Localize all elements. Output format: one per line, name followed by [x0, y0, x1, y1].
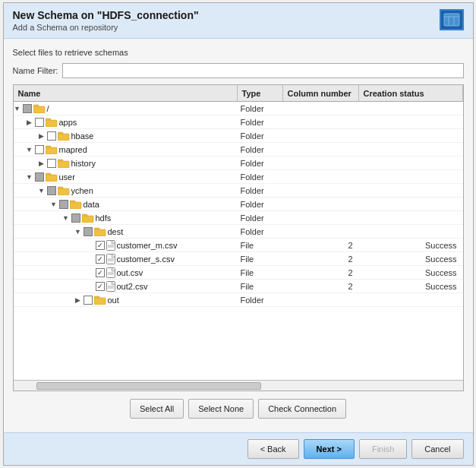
table-row[interactable]: ▼destFolder — [14, 225, 463, 239]
row-label: out.csv — [117, 268, 143, 277]
row-colnum — [283, 108, 359, 109]
table-row[interactable]: ▼userFolder — [14, 170, 463, 184]
row-type: File — [238, 281, 283, 292]
dialog-title: New Schema on "HDFS_connection" — [13, 9, 199, 21]
table-row[interactable]: out.csvFile2Success — [14, 266, 463, 280]
folder-icon — [33, 104, 46, 113]
row-label: user — [59, 172, 75, 182]
row-checkbox[interactable] — [47, 159, 56, 168]
row-status — [359, 163, 463, 164]
svg-rect-19 — [70, 202, 81, 209]
table-body: ▼/Folder▶appsFolder▶hbaseFolder▼mapredFo… — [14, 102, 463, 380]
row-label: out2.csv — [117, 282, 148, 291]
row-label: dest — [108, 227, 124, 236]
finish-button[interactable]: Finish — [359, 439, 407, 459]
folder-icon — [94, 227, 106, 236]
row-checkbox[interactable] — [71, 213, 80, 223]
table-row[interactable]: out2.csvFile2Success — [14, 280, 463, 293]
row-colnum — [283, 176, 359, 178]
row-status — [359, 204, 463, 205]
tree-table: Name Type Column number Creation status … — [13, 84, 464, 391]
horizontal-scrollbar[interactable] — [14, 380, 463, 391]
row-type: Folder — [238, 172, 283, 182]
table-row[interactable]: ▼mapredFolder — [14, 143, 463, 157]
row-checkbox[interactable] — [84, 227, 93, 236]
folder-icon — [58, 159, 70, 168]
row-checkbox[interactable] — [35, 172, 44, 182]
svg-rect-13 — [58, 161, 69, 168]
schema-icon — [440, 9, 464, 30]
folder-icon — [46, 145, 58, 154]
back-button[interactable]: < Back — [247, 439, 299, 459]
row-checkbox[interactable] — [96, 268, 105, 277]
table-row[interactable]: ▶outFolder — [14, 293, 463, 307]
row-colnum: 2 — [283, 281, 359, 292]
row-colnum — [283, 217, 359, 219]
row-checkbox[interactable] — [47, 186, 56, 195]
row-label: apps — [59, 118, 77, 127]
row-status — [359, 190, 463, 191]
row-type: File — [238, 240, 283, 251]
dialog: New Schema on "HDFS_connection" Add a Sc… — [3, 2, 474, 466]
svg-rect-7 — [46, 120, 57, 127]
row-status: Success — [359, 240, 463, 251]
row-label: ychen — [71, 186, 93, 195]
folder-icon — [82, 213, 94, 223]
row-checkbox[interactable] — [23, 104, 32, 113]
row-label: mapred — [59, 145, 87, 154]
row-status: Success — [359, 267, 463, 278]
row-checkbox[interactable] — [59, 200, 68, 209]
file-icon — [106, 254, 115, 264]
row-label: history — [71, 159, 96, 168]
dialog-subtitle: Add a Schema on repository — [13, 23, 199, 32]
table-header: Name Type Column number Creation status — [14, 85, 463, 102]
row-checkbox[interactable] — [47, 131, 56, 141]
row-colnum — [283, 231, 359, 232]
check-connection-button[interactable]: Check Connection — [258, 399, 346, 419]
row-checkbox[interactable] — [35, 118, 44, 127]
row-checkbox[interactable] — [84, 296, 93, 305]
table-row[interactable]: ▼dataFolder — [14, 198, 463, 211]
scroll-thumb — [36, 382, 261, 390]
row-label: customer_m.csv — [117, 241, 178, 250]
row-status — [359, 231, 463, 232]
folder-icon — [46, 172, 58, 182]
file-icon — [106, 240, 115, 251]
table-row[interactable]: ▼/Folder — [14, 102, 463, 115]
row-colnum — [283, 149, 359, 150]
row-type: File — [238, 267, 283, 278]
row-status — [359, 108, 463, 109]
next-button[interactable]: Next > — [304, 439, 355, 459]
row-checkbox[interactable] — [35, 145, 44, 154]
table-row[interactable]: ▶appsFolder — [14, 115, 463, 129]
svg-rect-17 — [58, 188, 69, 195]
row-label: hbase — [71, 131, 94, 141]
row-checkbox[interactable] — [96, 255, 105, 264]
table-row[interactable]: ▼hdfsFolder — [14, 211, 463, 225]
table-row[interactable]: customer_s.csvFile2Success — [14, 252, 463, 266]
row-colnum — [283, 135, 359, 137]
row-colnum — [283, 299, 359, 301]
row-checkbox[interactable] — [96, 241, 105, 250]
row-type: Folder — [238, 117, 283, 128]
table-row[interactable]: customer_m.csvFile2Success — [14, 239, 463, 252]
row-colnum — [283, 190, 359, 191]
svg-rect-5 — [33, 106, 45, 113]
row-checkbox[interactable] — [96, 282, 105, 291]
row-label: / — [47, 104, 49, 113]
header-type: Type — [238, 85, 283, 101]
name-filter-input[interactable] — [62, 63, 463, 78]
row-type: Folder — [238, 131, 283, 141]
table-row[interactable]: ▶historyFolder — [14, 157, 463, 170]
cancel-button[interactable]: Cancel — [411, 439, 463, 459]
file-icon — [106, 267, 115, 278]
select-all-button[interactable]: Select All — [130, 399, 184, 419]
row-status — [359, 217, 463, 219]
select-none-button[interactable]: Select None — [188, 399, 254, 419]
table-row[interactable]: ▼ychenFolder — [14, 184, 463, 198]
name-filter-row: Name Filter: — [13, 63, 464, 78]
table-row[interactable]: ▶hbaseFolder — [14, 129, 463, 143]
row-colnum — [283, 204, 359, 205]
folder-icon — [70, 200, 82, 209]
svg-rect-21 — [82, 216, 93, 223]
